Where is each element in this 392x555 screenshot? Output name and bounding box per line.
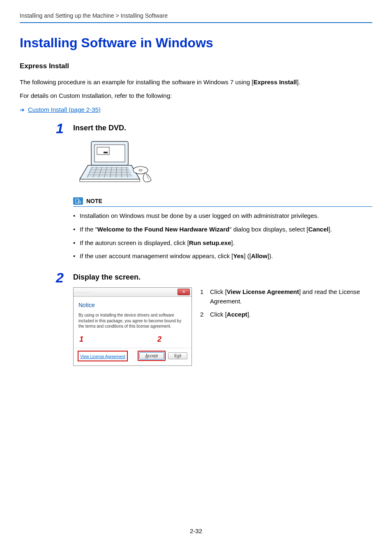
note-item: If the user account management window ap… bbox=[73, 251, 372, 261]
text-bold: Cancel bbox=[308, 226, 328, 233]
note-box: NOTE Installation on Windows must be don… bbox=[73, 197, 372, 261]
text: If the " bbox=[80, 226, 97, 233]
text-bold: Run setup.exe bbox=[189, 239, 231, 246]
dialog-heading: Notice bbox=[78, 302, 187, 308]
text-bold: Allow bbox=[251, 252, 267, 259]
text: If the user account management window ap… bbox=[80, 252, 233, 259]
dialog-body-text: By using or installing the device driver… bbox=[78, 312, 187, 329]
step-number-1: 1 bbox=[56, 120, 64, 136]
step-title-1: Insert the DVD. bbox=[73, 124, 372, 132]
exit-button[interactable]: Exit bbox=[168, 352, 187, 359]
text-bold: Welcome to the Found New Hardware Wizard bbox=[97, 226, 229, 233]
page-title: Installing Software in Windows bbox=[20, 35, 372, 51]
arrow-right-icon: ➔ bbox=[20, 106, 25, 113]
license-dialog: — — — ✕ Notice By using or installing th… bbox=[73, 287, 192, 366]
text-bold: View License Agreement bbox=[227, 288, 299, 295]
view-license-agreement-link[interactable]: View License Agreement bbox=[80, 354, 125, 359]
step-title-2: Display the screen. bbox=[73, 273, 372, 282]
text: ]. bbox=[231, 239, 235, 246]
note-item: If the autorun screen is displayed, clic… bbox=[73, 238, 372, 248]
dialog-titlebar: — — — ✕ bbox=[74, 288, 191, 297]
callout-highlight-2: Accept bbox=[138, 351, 166, 361]
text-bold: Yes bbox=[233, 252, 244, 259]
callout-marker-2: 2 bbox=[157, 335, 161, 344]
text: " dialog box displays, select [ bbox=[229, 226, 308, 233]
svg-point-21 bbox=[139, 169, 142, 171]
section-heading: Express Install bbox=[20, 62, 372, 70]
instruction-number: 2 bbox=[200, 310, 206, 319]
note-item: If the "Welcome to the Found New Hardwar… bbox=[73, 224, 372, 235]
text: The following procedure is an example fo… bbox=[20, 79, 254, 86]
page-number: 2-32 bbox=[0, 527, 392, 534]
text-bold: Accept bbox=[227, 311, 247, 318]
text: Click [ bbox=[210, 311, 227, 318]
laptop-dvd-illustration bbox=[79, 138, 372, 189]
note-item: Installation on Windows must be done by … bbox=[73, 211, 372, 221]
text: If the autorun screen is displayed, clic… bbox=[80, 239, 189, 246]
intro-text-2: For details on Custom Installation, refe… bbox=[20, 91, 372, 101]
accept-button[interactable]: Accept bbox=[139, 352, 164, 359]
svg-rect-5 bbox=[80, 179, 140, 182]
callout-highlight-1: View License Agreement bbox=[78, 351, 128, 361]
intro-text: The following procedure is an example fo… bbox=[20, 78, 372, 87]
text: ]. bbox=[247, 311, 251, 318]
dialog-title-blurred: — — — bbox=[76, 290, 89, 294]
svg-marker-4 bbox=[80, 165, 140, 179]
instruction-row: 2 Click [Accept]. bbox=[200, 310, 372, 319]
text: ]). bbox=[267, 252, 273, 259]
breadcrumb: Installing and Setting up the Machine > … bbox=[20, 12, 372, 23]
svg-rect-3 bbox=[104, 152, 108, 153]
text: ]. bbox=[297, 79, 300, 86]
callout-marker-1: 1 bbox=[79, 335, 83, 344]
step-number-2: 2 bbox=[56, 270, 64, 286]
crossref-row: ➔ Custom Install (page 2-35) bbox=[20, 106, 372, 113]
note-icon bbox=[73, 197, 83, 205]
text: ] ([ bbox=[244, 252, 251, 259]
instruction-row: 1 Click [View License Agreement] and rea… bbox=[200, 287, 372, 306]
step2-instructions: 1 Click [View License Agreement] and rea… bbox=[200, 287, 372, 324]
text: Click [ bbox=[210, 288, 227, 295]
text: ]. bbox=[328, 226, 332, 233]
close-button[interactable]: ✕ bbox=[178, 289, 190, 295]
text-bold: Express Install bbox=[254, 79, 297, 86]
instruction-number: 1 bbox=[200, 287, 206, 306]
svg-line-24 bbox=[80, 203, 81, 204]
note-label: NOTE bbox=[86, 198, 102, 204]
custom-install-link[interactable]: Custom Install (page 2-35) bbox=[28, 106, 101, 113]
